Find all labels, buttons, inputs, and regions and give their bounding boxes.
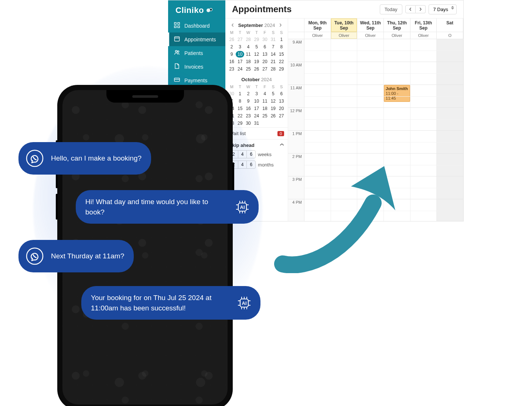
- nav-item-appointments[interactable]: Appointments: [168, 32, 225, 46]
- calendar-day[interactable]: 10: [236, 51, 244, 58]
- calendar-day[interactable]: 31: [269, 36, 277, 43]
- time-slot[interactable]: [384, 199, 410, 221]
- time-slot[interactable]: [437, 154, 463, 176]
- phone-notch: [106, 90, 184, 103]
- calendar-day[interactable]: 22: [277, 58, 286, 65]
- chevron-left-icon[interactable]: [230, 22, 236, 28]
- time-slot[interactable]: [357, 176, 384, 199]
- time-slot[interactable]: [304, 108, 331, 130]
- time-slot[interactable]: [384, 131, 410, 153]
- calendar-day[interactable]: 27: [236, 36, 244, 43]
- time-slot[interactable]: [437, 62, 463, 85]
- page-title: Appointments: [232, 4, 291, 14]
- time-slot[interactable]: [331, 108, 358, 130]
- time-slot[interactable]: [384, 39, 410, 62]
- calendar-day[interactable]: 25: [244, 66, 252, 72]
- time-slot[interactable]: [384, 108, 410, 130]
- time-slot[interactable]: [357, 131, 384, 153]
- calendar-day[interactable]: 29: [252, 36, 260, 43]
- nav-item-dashboard[interactable]: Dashboard: [168, 19, 225, 32]
- calendar-day[interactable]: 28: [244, 36, 252, 43]
- calendar-day[interactable]: 14: [269, 51, 277, 58]
- time-slot[interactable]: [331, 176, 358, 199]
- calendar-day[interactable]: 21: [269, 58, 277, 65]
- time-slot[interactable]: [304, 131, 331, 153]
- calendar-day[interactable]: 9: [228, 51, 236, 58]
- time-slot[interactable]: [384, 62, 410, 85]
- calendar-day[interactable]: 20: [261, 58, 269, 65]
- time-slot[interactable]: [304, 62, 331, 85]
- calendar-day[interactable]: 24: [236, 66, 244, 72]
- calendar-day[interactable]: 26: [252, 66, 260, 72]
- calendar-day[interactable]: 1: [277, 36, 286, 43]
- calendar-day[interactable]: 4: [244, 44, 252, 50]
- time-slot[interactable]: [437, 131, 463, 153]
- time-slot[interactable]: [357, 85, 384, 107]
- time-slot[interactable]: [357, 108, 384, 130]
- time-slot[interactable]: [357, 199, 384, 221]
- calendar-day[interactable]: 19: [252, 58, 260, 65]
- time-slot[interactable]: [331, 62, 358, 85]
- file-icon: [174, 63, 180, 70]
- time-slot[interactable]: [437, 176, 463, 199]
- time-slot[interactable]: [357, 154, 384, 176]
- time-slot[interactable]: [410, 199, 437, 221]
- ai-icon: AI: [235, 293, 254, 313]
- time-slot[interactable]: [410, 108, 437, 130]
- calendar-day[interactable]: 27: [261, 66, 269, 72]
- calendar-day[interactable]: 26: [228, 36, 236, 43]
- calendar-day[interactable]: 8: [277, 44, 286, 50]
- calendar-day[interactable]: 23: [228, 66, 236, 72]
- svg-text:AI: AI: [240, 204, 245, 210]
- calendar-day[interactable]: 2: [228, 44, 236, 50]
- time-slot[interactable]: [331, 199, 358, 221]
- calendar-day[interactable]: 15: [277, 51, 286, 58]
- appointment-event[interactable]: John Smith11:00 - 11:45: [384, 85, 410, 102]
- next-button[interactable]: [416, 5, 426, 13]
- today-button[interactable]: Today: [380, 4, 402, 14]
- range-select[interactable]: 7 Days: [429, 4, 457, 14]
- time-slot[interactable]: [410, 62, 437, 85]
- calendar-day[interactable]: 13: [261, 51, 269, 58]
- time-slot[interactable]: [410, 154, 437, 176]
- calendar-day[interactable]: 28: [269, 66, 277, 72]
- practitioner-cell: Oliver: [384, 32, 410, 39]
- time-slot[interactable]: [331, 39, 358, 62]
- calendar-day[interactable]: 30: [261, 36, 269, 43]
- time-slot[interactable]: [437, 199, 463, 221]
- time-slot[interactable]: [331, 85, 358, 107]
- time-slot[interactable]: [331, 131, 358, 153]
- time-slot[interactable]: [304, 39, 331, 62]
- chevron-right-icon[interactable]: [277, 22, 283, 28]
- time-slot[interactable]: [331, 154, 358, 176]
- time-slot[interactable]: [437, 108, 463, 130]
- time-slot[interactable]: [410, 39, 437, 62]
- time-slot[interactable]: [304, 154, 331, 176]
- time-slot[interactable]: [437, 85, 463, 107]
- time-slot[interactable]: [384, 176, 410, 199]
- time-slot[interactable]: [437, 39, 463, 62]
- calendar-day[interactable]: 18: [244, 58, 252, 65]
- prev-button[interactable]: [405, 5, 416, 13]
- calendar-day[interactable]: 5: [252, 44, 260, 50]
- time-slot[interactable]: [410, 85, 437, 107]
- time-slot[interactable]: [304, 85, 331, 107]
- calendar-day[interactable]: 11: [244, 51, 252, 58]
- day-header: Fri, 13thSep: [410, 18, 437, 32]
- time-slot[interactable]: [384, 154, 410, 176]
- time-slot[interactable]: [304, 176, 331, 199]
- time-slot[interactable]: [357, 39, 384, 62]
- calendar-day[interactable]: 17: [236, 58, 244, 65]
- calendar-day[interactable]: 29: [277, 66, 286, 72]
- calendar-day[interactable]: 12: [252, 51, 260, 58]
- calendar-day[interactable]: 16: [228, 58, 236, 65]
- time-slot[interactable]: [304, 199, 331, 221]
- time-slot[interactable]: [410, 176, 437, 199]
- nav-item-patients[interactable]: Patients: [168, 46, 225, 60]
- time-slot[interactable]: John Smith11:00 - 11:45: [384, 85, 410, 107]
- calendar-day[interactable]: 3: [236, 44, 244, 50]
- calendar-day[interactable]: 6: [261, 44, 269, 50]
- calendar-day[interactable]: 7: [269, 44, 277, 50]
- time-slot[interactable]: [357, 62, 384, 85]
- time-slot[interactable]: [410, 131, 437, 153]
